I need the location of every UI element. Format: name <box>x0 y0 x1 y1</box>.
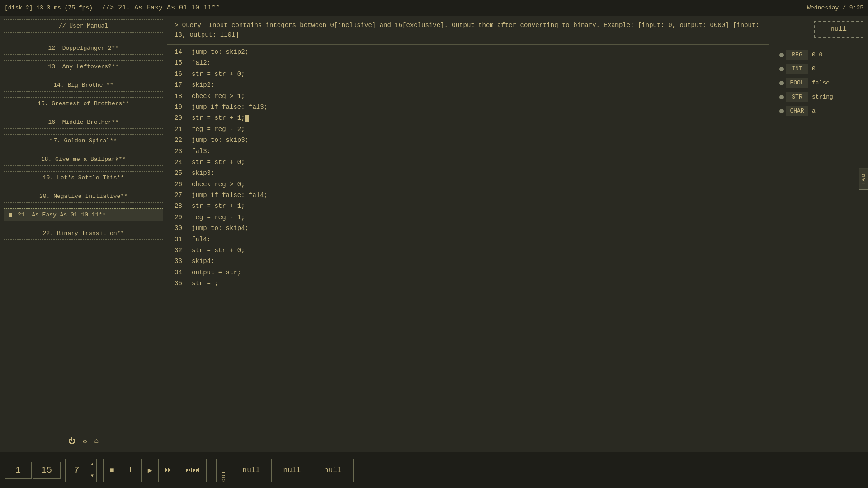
line-text: jump if false: fal4; <box>192 190 268 200</box>
sidebar-item-13[interactable]: 13. Any Leftovers?** <box>4 60 163 73</box>
out-val-2: null <box>272 459 312 482</box>
home-icon[interactable]: ⌂ <box>94 437 99 446</box>
speed-value: 7 <box>66 462 88 478</box>
code-line: 23fal3: <box>167 146 769 157</box>
line-number: 26 <box>175 179 188 189</box>
sidebar-item-22[interactable]: 22. Binary Transition** <box>4 227 163 240</box>
line-text: str = ; <box>192 278 218 288</box>
null-box: null <box>814 21 863 38</box>
code-line: 33skip4: <box>167 256 769 267</box>
code-line: 31fal4: <box>167 234 769 245</box>
sidebar-item-14[interactable]: 14. Big Brother** <box>4 79 163 92</box>
type-row-char: CHAR a <box>779 106 849 116</box>
str-value: string <box>810 94 833 100</box>
type-row-bool: BOOL false <box>779 78 849 88</box>
controls-box: ■ ⏸ ▶ ⏭ ⏭⏭ <box>103 459 207 482</box>
play-button[interactable]: ▶ <box>142 459 159 482</box>
line-text: fal3: <box>192 146 211 156</box>
line-number: 25 <box>175 168 188 178</box>
code-line: 15fal2: <box>167 57 769 68</box>
sidebar-item-12[interactable]: 12. Doppelgänger 2** <box>4 42 163 55</box>
code-line: 35str = ; <box>167 278 769 289</box>
line-number: 24 <box>175 157 188 167</box>
step-forward-button[interactable]: ⏭ <box>159 459 179 482</box>
sidebar-bottom-icons: ⏻ ⚙ ⌂ <box>0 433 167 450</box>
type-row-int: INT 0 <box>779 64 849 74</box>
reg-button[interactable]: REG <box>786 50 808 60</box>
code-line: 27jump if false: fal4; <box>167 190 769 201</box>
code-line: 30jump to: skip4; <box>167 223 769 234</box>
stop-button[interactable]: ■ <box>104 459 121 482</box>
settings-icon[interactable]: ⚙ <box>83 437 87 446</box>
num-2: 15 <box>33 462 61 479</box>
sidebar-item-18[interactable]: 18. Give me a Ballpark** <box>4 153 163 166</box>
right-panel: null REG 0.0 INT 0 BOOL false STR <box>769 16 868 452</box>
line-number: 29 <box>175 212 188 222</box>
char-button[interactable]: CHAR <box>786 106 808 116</box>
line-number: 28 <box>175 201 188 211</box>
top-bar: [disk_2] 13.3 ms (75 fps) //> 21. As Eas… <box>0 0 868 16</box>
line-text: reg = reg - 2; <box>192 124 245 134</box>
line-number: 20 <box>175 113 188 123</box>
code-line: 26check reg > 0; <box>167 179 769 190</box>
fast-forward-button[interactable]: ⏭⏭ <box>179 459 206 482</box>
pause-button[interactable]: ⏸ <box>121 459 142 482</box>
sidebar-item-21[interactable]: 21. As Easy As 01 10 11** <box>4 208 163 221</box>
datetime: Wednesday / 9:25 <box>807 5 863 11</box>
sidebar-item-19[interactable]: 19. Let's Settle This** <box>4 171 163 184</box>
str-button[interactable]: STR <box>786 92 808 102</box>
out-val-1: null <box>231 459 272 482</box>
char-value: a <box>810 108 816 114</box>
line-number: 16 <box>175 69 188 79</box>
code-line: 17skip2: <box>167 80 769 90</box>
bool-button[interactable]: BOOL <box>786 78 808 88</box>
sidebar-item-user-manual[interactable]: // User Manual <box>4 19 163 33</box>
line-number: 35 <box>175 278 188 288</box>
line-number: 14 <box>175 47 188 57</box>
sidebar-item-15[interactable]: 15. Greatest of Brothers** <box>4 97 163 110</box>
speed-box: 7 ▲ ▼ <box>65 459 97 482</box>
int-button[interactable]: INT <box>786 64 808 74</box>
sidebar-item-17[interactable]: 17. Golden Spiral** <box>4 134 163 147</box>
speed-down-icon[interactable]: ▼ <box>88 470 96 482</box>
speed-up-icon[interactable]: ▲ <box>88 459 96 471</box>
line-text: skip3: <box>192 168 214 178</box>
code-line: 28str = str + 1; <box>167 201 769 211</box>
line-text: jump to: skip2; <box>192 47 249 57</box>
bottom-bar: 1 15 7 ▲ ▼ ■ ⏸ ▶ ⏭ ⏭⏭ OUT null null null <box>0 452 868 488</box>
line-text: jump to: skip3; <box>192 135 249 145</box>
code-line: 16str = str + 0; <box>167 69 769 80</box>
code-line: 34output = str; <box>167 267 769 278</box>
line-text: check reg > 0; <box>192 179 245 189</box>
speed-arrows: ▲ ▼ <box>88 459 96 482</box>
line-text: jump if false: fal3; <box>192 102 268 112</box>
type-row-str: STR string <box>779 92 849 102</box>
line-number: 15 <box>175 58 188 68</box>
bool-value: false <box>810 80 830 86</box>
line-text: reg = reg - 1; <box>192 212 245 222</box>
out-val-3: null <box>312 459 353 482</box>
code-line: 14jump to: skip2; <box>167 47 769 57</box>
disk-info: [disk_2] 13.3 ms (75 fps) <box>5 5 93 11</box>
sidebar-item-20[interactable]: 20. Negative Initiative** <box>4 190 163 203</box>
int-dot <box>779 67 784 71</box>
code-line: 19jump if false: fal3; <box>167 102 769 113</box>
line-number: 22 <box>175 135 188 145</box>
line-text: str = str + 0; <box>192 69 245 79</box>
line-number: 31 <box>175 235 188 244</box>
sidebar-item-16[interactable]: 16. Middle Brother** <box>4 116 163 129</box>
line-text: check reg > 1; <box>192 91 245 101</box>
code-line: 29reg = reg - 1; <box>167 212 769 223</box>
power-icon[interactable]: ⏻ <box>68 437 75 446</box>
line-number: 21 <box>175 124 188 134</box>
code-area: > Query: Input contains integers between… <box>167 16 769 452</box>
bottom-nums: 1 15 <box>5 462 61 479</box>
reg-value: 0.0 <box>810 52 822 58</box>
str-dot <box>779 95 784 99</box>
query-box: > Query: Input contains integers between… <box>167 16 769 45</box>
sidebar: // User Manual 12. Doppelgänger 2** 13. … <box>0 16 167 452</box>
line-number: 34 <box>175 267 188 277</box>
tab-label: TAB <box>859 169 868 190</box>
line-text: str = str + 0; <box>192 245 245 255</box>
line-number: 32 <box>175 245 188 255</box>
